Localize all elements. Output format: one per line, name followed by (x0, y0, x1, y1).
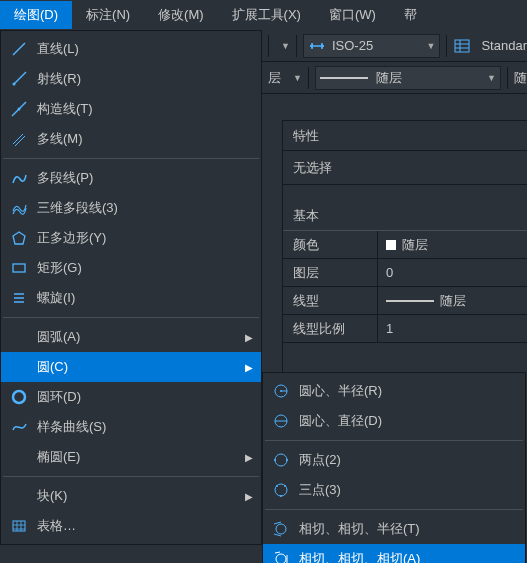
svg-marker-8 (13, 232, 25, 244)
submenu-arrow-icon: ▶ (241, 332, 253, 343)
submenu-ttr[interactable]: 相切、相切、半径(T) (263, 514, 525, 544)
noselect-label: 无选择 (293, 159, 332, 177)
menubar: 绘图(D) 标注(N) 修改(M) 扩展工具(X) 窗口(W) 帮 (0, 0, 527, 30)
submenu-ttt[interactable]: 相切、相切、相切(A) (263, 544, 525, 563)
circle-submenu: 圆心、半径(R) 圆心、直径(D) 两点(2) 三点(3) 相切、相切、半径(T… (262, 372, 526, 563)
layer-label: 层 (268, 69, 281, 87)
caret-icon: ▼ (281, 41, 290, 51)
circle-ttr-icon (271, 519, 291, 539)
dimstyle-value: ISO-25 (332, 38, 373, 53)
circle-cr-icon (271, 381, 291, 401)
svg-point-22 (284, 485, 286, 487)
submenu-center-radius[interactable]: 圆心、半径(R) (263, 376, 525, 406)
menubar-ext[interactable]: 扩展工具(X) (218, 1, 315, 29)
svg-point-27 (276, 554, 286, 563)
svg-point-14 (280, 390, 282, 392)
submenu-3points[interactable]: 三点(3) (263, 475, 525, 505)
svg-point-18 (274, 459, 276, 461)
section-basic: 基本 (283, 201, 527, 231)
helix-icon (9, 288, 29, 308)
menu-ray[interactable]: 射线(R) (1, 64, 261, 94)
menubar-modify[interactable]: 修改(M) (144, 1, 218, 29)
svg-rect-11 (13, 521, 25, 531)
panel-title: 特性 (283, 121, 527, 151)
submenu-arrow-icon: ▶ (241, 362, 253, 373)
ray-icon (9, 69, 29, 89)
table-style-icon[interactable] (453, 38, 471, 54)
menu-polygon[interactable]: 正多边形(Y) (1, 223, 261, 253)
svg-point-23 (280, 495, 282, 497)
menubar-dim[interactable]: 标注(N) (72, 1, 144, 29)
menu-polyline[interactable]: 多段线(P) (1, 163, 261, 193)
submenu-center-diameter[interactable]: 圆心、直径(D) (263, 406, 525, 436)
prop-linetype[interactable]: 线型 随层 (283, 287, 527, 315)
menu-mline[interactable]: 多线(M) (1, 124, 261, 154)
color-swatch-icon (386, 240, 396, 250)
menu-donut[interactable]: 圆环(D) (1, 382, 261, 412)
donut-icon (9, 387, 29, 407)
menu-line[interactable]: 直线(L) (1, 34, 261, 64)
svg-point-17 (275, 454, 287, 466)
line-sample-icon (386, 300, 434, 302)
rectangle-icon (9, 258, 29, 278)
svg-rect-9 (13, 264, 25, 272)
svg-line-28 (275, 552, 280, 553)
linetype-dropdown[interactable]: 随层 ▼ (315, 66, 501, 90)
polygon-icon (9, 228, 29, 248)
prop-color[interactable]: 颜色 随层 (283, 231, 527, 259)
dimstyle-dropdown[interactable]: ISO-25 ▼ (303, 34, 441, 58)
menubar-help[interactable]: 帮 (390, 1, 431, 29)
prop-ltscale[interactable]: 线型比例 1 (283, 315, 527, 343)
svg-line-3 (14, 72, 26, 84)
spline-icon (9, 417, 29, 437)
menu-helix[interactable]: 螺旋(I) (1, 283, 261, 313)
svg-point-5 (18, 108, 21, 111)
menu-3dpolyline[interactable]: 三维多段线(3) (1, 193, 261, 223)
line-icon (9, 39, 29, 59)
toolbar-area: ▼ ISO-25 ▼ Standar 层 ▼ 随层 ▼ 随 (262, 30, 527, 125)
svg-point-21 (276, 485, 278, 487)
table-icon (9, 516, 29, 536)
submenu-arrow-icon: ▶ (241, 452, 253, 463)
draw-menu: 直线(L) 射线(R) 构造线(T) 多线(M) 多段线(P) 三维多段线(3)… (0, 30, 262, 545)
standard-label: Standar (481, 38, 527, 53)
menu-spline[interactable]: 样条曲线(S) (1, 412, 261, 442)
menu-table[interactable]: 表格… (1, 511, 261, 541)
line-sample-icon (320, 77, 368, 79)
bylayer-value: 随层 (376, 69, 402, 87)
menubar-window[interactable]: 窗口(W) (315, 1, 390, 29)
submenu-arrow-icon: ▶ (241, 491, 253, 502)
menu-ellipse[interactable]: 椭圆(E) ▶ (1, 442, 261, 472)
by-label: 随 (514, 69, 527, 87)
menu-xline[interactable]: 构造线(T) (1, 94, 261, 124)
menu-rectangle[interactable]: 矩形(G) (1, 253, 261, 283)
prop-layer[interactable]: 图层 0 (283, 259, 527, 287)
selection-dropdown[interactable]: 无选择 (283, 151, 527, 185)
xline-icon (9, 99, 29, 119)
menubar-draw[interactable]: 绘图(D) (0, 1, 72, 29)
svg-rect-0 (455, 40, 469, 52)
mline-icon (9, 129, 29, 149)
circle-2p-icon (271, 450, 291, 470)
menu-block[interactable]: 块(K) ▶ (1, 481, 261, 511)
3dpolyline-icon (9, 198, 29, 218)
submenu-2points[interactable]: 两点(2) (263, 445, 525, 475)
svg-point-24 (276, 524, 286, 534)
menu-arc[interactable]: 圆弧(A) ▶ (1, 322, 261, 352)
polyline-icon (9, 168, 29, 188)
svg-line-1 (13, 43, 25, 55)
circle-cd-icon (271, 411, 291, 431)
svg-point-10 (13, 391, 25, 403)
circle-3p-icon (271, 480, 291, 500)
circle-ttt-icon (271, 549, 291, 563)
svg-point-19 (286, 459, 288, 461)
dimension-icon (308, 39, 326, 53)
menu-circle[interactable]: 圆(C) ▶ (1, 352, 261, 382)
